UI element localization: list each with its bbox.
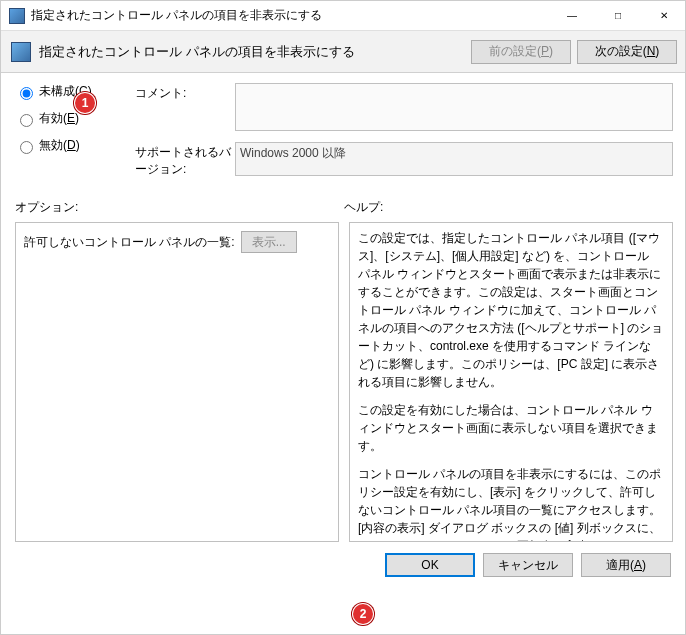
options-panel: 許可しないコントロール パネルの一覧: 表示... — [15, 222, 339, 542]
radio-enabled[interactable]: 有効(E) — [15, 110, 135, 127]
radio-disabled[interactable]: 無効(D) — [15, 137, 135, 154]
supported-label: サポートされるバージョン: — [135, 142, 235, 179]
next-setting-button[interactable]: 次の設定(N) — [577, 40, 677, 64]
header-banner: 指定されたコントロール パネルの項目を非表示にする 前の設定(P) 次の設定(N… — [1, 31, 686, 73]
cancel-button[interactable]: キャンセル — [483, 553, 573, 577]
apply-button[interactable]: 適用(A) — [581, 553, 671, 577]
disallow-list-label: 許可しないコントロール パネルの一覧: — [24, 234, 235, 251]
policy-icon — [11, 42, 31, 62]
state-radios: 未構成(C) 有効(E) 無効(D) — [15, 83, 135, 187]
window-title: 指定されたコントロール パネルの項目を非表示にする — [31, 7, 549, 24]
help-paragraph: コントロール パネルの項目を非表示にするには、このポリシー設定を有効にし、[表示… — [358, 465, 664, 542]
help-panel[interactable]: この設定では、指定したコントロール パネル項目 ([マウス]、[システム]、[個… — [349, 222, 673, 542]
policy-title: 指定されたコントロール パネルの項目を非表示にする — [39, 43, 465, 61]
radio-not-configured[interactable]: 未構成(C) — [15, 83, 135, 100]
dialog-buttons: OK キャンセル 適用(A) — [1, 542, 686, 588]
help-paragraph: この設定を有効にした場合は、コントロール パネル ウィンドウとスタート画面に表示… — [358, 401, 664, 455]
show-button[interactable]: 表示... — [241, 231, 297, 253]
comment-textarea[interactable] — [235, 83, 673, 131]
prev-setting-button[interactable]: 前の設定(P) — [471, 40, 571, 64]
app-icon — [9, 8, 25, 24]
close-button[interactable]: ✕ — [641, 1, 686, 31]
supported-text: Windows 2000 以降 — [235, 142, 673, 176]
maximize-button[interactable]: □ — [595, 1, 641, 31]
annotation-2: 2 — [353, 604, 373, 624]
help-heading: ヘルプ: — [344, 199, 673, 216]
main-content: 未構成(C) 有効(E) 無効(D) コメント: — [1, 73, 686, 542]
options-heading: オプション: — [15, 199, 344, 216]
comment-label: コメント: — [135, 83, 235, 134]
titlebar: 指定されたコントロール パネルの項目を非表示にする — □ ✕ — [1, 1, 686, 31]
help-paragraph: この設定では、指定したコントロール パネル項目 ([マウス]、[システム]、[個… — [358, 229, 664, 391]
minimize-button[interactable]: — — [549, 1, 595, 31]
ok-button[interactable]: OK — [385, 553, 475, 577]
